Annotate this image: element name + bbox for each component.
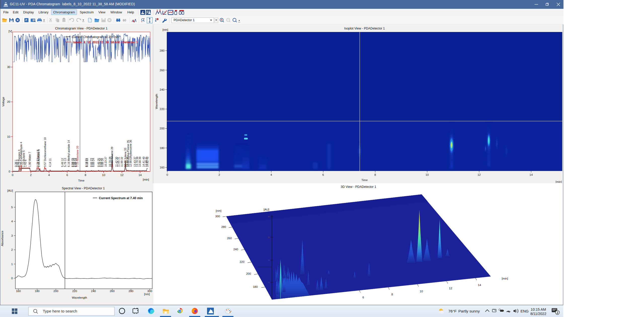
svg-text:6: 6	[323, 173, 324, 176]
svg-text:180: 180	[253, 285, 258, 288]
svg-text:10:15 AM: 10:15 AM	[531, 307, 546, 311]
svg-text:5.79 13: 5.79 13	[64, 158, 67, 167]
svg-text:3.57 Dichloromethane 10: 3.57 Dichloromethane 10	[44, 137, 47, 167]
svg-text:11.65 31: 11.65 31	[117, 157, 120, 167]
svg-text:280: 280	[221, 225, 226, 228]
svg-text:1: 1	[11, 263, 13, 266]
svg-text:[min]: [min]	[556, 180, 562, 183]
svg-text:260: 260	[160, 69, 165, 72]
svg-text:[AU]: [AU]	[7, 189, 13, 192]
svg-text:14: 14	[138, 173, 142, 177]
svg-text:2: 2	[11, 248, 13, 251]
svg-text:300: 300	[147, 290, 152, 293]
svg-text:9.88 26: 9.88 26	[101, 158, 104, 167]
svg-text:20: 20	[7, 100, 10, 103]
svg-text:260: 260	[110, 290, 114, 293]
svg-text:Wavelength: Wavelength	[72, 296, 87, 299]
svg-text:10: 10	[268, 281, 270, 284]
svg-text:260: 260	[227, 237, 232, 240]
svg-text:1.90 Water 7: 1.90 Water 7	[28, 152, 31, 167]
svg-text:0: 0	[167, 173, 168, 176]
svg-text:Voltage: Voltage	[2, 97, 5, 107]
svg-text:Isoplot View - PDADetector 1: Isoplot View - PDADetector 1	[344, 27, 385, 30]
svg-text:240: 240	[91, 290, 96, 293]
svg-text:2: 2	[218, 173, 220, 176]
svg-text:14: 14	[530, 173, 533, 176]
svg-text:[min]: [min]	[143, 178, 149, 181]
svg-text:220: 220	[72, 290, 77, 293]
svg-text:220: 220	[239, 260, 244, 263]
svg-text:[nm]: [nm]	[144, 293, 150, 296]
svg-text:2.88 Acetone 9: 2.88 Acetone 9	[37, 149, 40, 167]
svg-text:8/11/2022: 8/11/2022	[530, 312, 546, 316]
svg-text:20: 20	[268, 259, 270, 261]
svg-text:14.00 39: 14.00 39	[138, 157, 141, 167]
svg-text:8.89 24: 8.89 24	[92, 158, 95, 167]
svg-text:10: 10	[7, 135, 10, 138]
svg-text:Time: Time	[78, 179, 84, 182]
svg-text:4: 4	[11, 220, 13, 223]
svg-text:11.99 32: 11.99 32	[120, 157, 123, 167]
svg-text:8: 8	[85, 173, 86, 177]
svg-text:10: 10	[102, 173, 105, 177]
svg-text:Current Chromatogram at 205 nm: Current Chromatogram at 205 nm	[72, 35, 119, 39]
svg-text:Spectral View - PDADetector 1: Spectral View - PDADetector 1	[62, 187, 105, 190]
svg-text:6.16 Methyl acetate 14: 6.16 Methyl acetate 14	[67, 140, 70, 167]
svg-text:0: 0	[11, 277, 13, 280]
svg-text:200: 200	[246, 272, 251, 275]
svg-text:10: 10	[426, 173, 429, 176]
svg-text:[min]: [min]	[502, 277, 508, 280]
svg-text:7.15 Isooctane 20: 7.15 Isooctane 20	[76, 146, 79, 167]
svg-text:[nm]: [nm]	[216, 209, 221, 212]
svg-text:Time: Time	[361, 179, 368, 182]
svg-text:220: 220	[160, 108, 165, 111]
svg-text:6: 6	[66, 173, 68, 177]
svg-text:1.42 6: 1.42 6	[24, 160, 27, 167]
svg-text:8: 8	[391, 293, 393, 296]
svg-text:280: 280	[129, 290, 133, 293]
svg-text:180: 180	[35, 290, 39, 293]
svg-text:2: 2	[30, 173, 31, 177]
svg-text:ENG: ENG	[520, 309, 529, 313]
svg-text:280: 280	[160, 49, 165, 52]
svg-text:40: 40	[268, 216, 270, 218]
svg-text:160: 160	[16, 290, 21, 293]
svg-text:10.23 27: 10.23 27	[104, 157, 107, 167]
svg-text:Wavelength: Wavelength	[155, 94, 158, 109]
svg-text:3: 3	[11, 234, 13, 237]
svg-text:Absorbance: Absorbance	[1, 231, 4, 246]
svg-text:12: 12	[449, 287, 452, 290]
svg-text:[V]: [V]	[9, 30, 12, 33]
svg-text:30: 30	[268, 236, 270, 238]
svg-text:200: 200	[160, 127, 165, 130]
svg-text:12: 12	[477, 173, 481, 176]
svg-text:14.82 42: 14.82 42	[146, 157, 149, 167]
svg-text:Partly sunny: Partly sunny	[458, 309, 480, 313]
svg-text:4: 4	[48, 173, 50, 177]
svg-text:12: 12	[120, 173, 124, 177]
svg-text:labels_8_10_2022 11_38_58 AM -: labels_8_10_2022 11_38_58 AM - Detector …	[73, 41, 138, 44]
svg-text:8.18 22: 8.18 22	[86, 158, 89, 167]
svg-text:0: 0	[12, 173, 13, 177]
svg-text:14: 14	[478, 284, 481, 287]
svg-text:Current Spectrum at 7.40 min: Current Spectrum at 7.40 min	[99, 196, 143, 200]
svg-text:5: 5	[11, 206, 13, 209]
svg-text:76°F: 76°F	[448, 309, 457, 313]
svg-text:8: 8	[374, 173, 376, 176]
svg-text:2: 2	[557, 311, 558, 314]
svg-text:Chromatogram View - PDADetecto: Chromatogram View - PDADetector 1	[55, 27, 107, 30]
svg-text:240: 240	[233, 248, 238, 251]
svg-text:30: 30	[7, 65, 10, 68]
svg-text:3D View - PDADetector 1: 3D View - PDADetector 1	[341, 185, 376, 189]
svg-text:12.98 Ethylbenzene 36: 12.98 Ethylbenzene 36	[129, 140, 132, 167]
svg-text:[nm]: [nm]	[163, 28, 168, 31]
svg-text:0: 0	[9, 170, 10, 173]
svg-text:Type here to search: Type here to search	[43, 309, 77, 313]
svg-text:[AU]: [AU]	[264, 208, 269, 211]
svg-text:180: 180	[160, 147, 165, 150]
svg-text:200: 200	[54, 290, 58, 293]
svg-text:240: 240	[160, 88, 165, 91]
svg-text:6: 6	[363, 296, 364, 299]
svg-text:4.14 11: 4.14 11	[49, 158, 52, 167]
svg-text:160: 160	[160, 166, 165, 169]
